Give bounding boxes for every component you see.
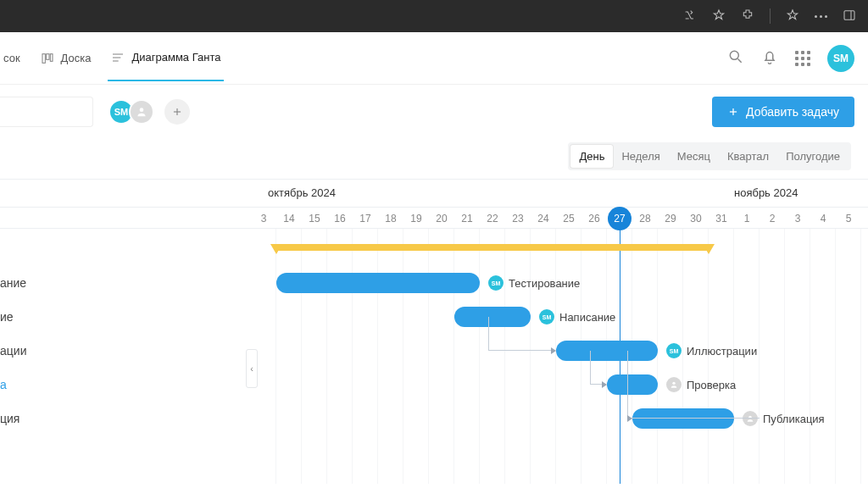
day-cell: 15 — [302, 208, 327, 228]
avatar[interactable]: SM — [827, 45, 854, 72]
side-labels: ание ие ации а ция — [0, 229, 251, 435]
day-cell: 18 — [378, 208, 403, 228]
project-name-field[interactable] — [0, 97, 93, 127]
add-task-button[interactable]: Добавить задачу — [712, 97, 854, 127]
scale-quarter[interactable]: Квартал — [719, 145, 777, 168]
scale-day[interactable]: День — [570, 145, 613, 168]
member-chips: SM — [108, 99, 190, 125]
svg-rect-2 — [46, 53, 48, 59]
scale-week[interactable]: Неделя — [613, 145, 668, 168]
side-row-1[interactable]: ание — [0, 266, 251, 300]
side-row-2[interactable]: ие — [0, 300, 251, 334]
task-label-1: SMТестирование — [488, 273, 580, 293]
task-bar-1[interactable] — [276, 273, 480, 293]
svg-rect-1 — [42, 53, 45, 63]
day-cell: 20 — [429, 208, 454, 228]
scale-halfyear[interactable]: Полугодие — [777, 145, 849, 168]
day-cell: 27 — [607, 208, 632, 228]
side-row-4[interactable]: а — [0, 368, 251, 402]
bar-area: SMТестированиеSMНаписаниеSMИллюстрацииПр… — [251, 229, 868, 484]
day-cell: 14 — [276, 208, 302, 228]
day-cell: 30 — [683, 208, 709, 228]
bell-icon[interactable] — [761, 48, 778, 68]
task-name-text: Тестирование — [509, 277, 580, 290]
day-cell: 17 — [353, 208, 378, 228]
app-header: сок Доска Диаграмма Ганта SM — [0, 32, 868, 85]
extensions-icon[interactable] — [741, 8, 754, 25]
tab-board[interactable]: Доска — [37, 36, 95, 80]
more-icon[interactable] — [815, 15, 827, 18]
day-cell: 22 — [480, 208, 505, 228]
day-cell: 3 — [785, 208, 810, 228]
board-icon — [41, 52, 54, 65]
search-icon[interactable] — [727, 48, 744, 68]
scale-group: День Неделя Месяц Квартал Полугодие — [568, 142, 851, 170]
task-name-text: Публикация — [763, 413, 825, 425]
day-cell: 26 — [581, 208, 607, 228]
day-cell: 25 — [556, 208, 581, 228]
side-row-summary[interactable] — [0, 229, 251, 266]
day-header: 3141516171819202122232425262728293031123… — [0, 207, 868, 229]
day-cell: 1 — [734, 208, 760, 228]
summary-bar[interactable] — [276, 244, 709, 251]
day-cell: 16 — [327, 208, 353, 228]
add-member-button[interactable] — [164, 99, 190, 125]
svg-line-8 — [738, 59, 742, 63]
day-cell: 29 — [658, 208, 683, 228]
tab-gantt-label: Диаграмма Ганта — [131, 51, 220, 64]
tab-board-label: Доска — [61, 52, 92, 64]
browser-chrome — [0, 0, 868, 32]
month-label-right: ноябрь 2024 — [734, 186, 798, 199]
apps-icon[interactable] — [795, 51, 810, 66]
header-actions: SM — [727, 45, 854, 72]
separator — [770, 8, 771, 24]
favorite-star-icon[interactable] — [712, 8, 726, 25]
day-cell: 31 — [709, 208, 734, 228]
day-cell: 21 — [454, 208, 480, 228]
day-cell: 4 — [810, 208, 836, 228]
task-name-text: Написание — [559, 311, 615, 324]
day-cell: 5 — [836, 208, 861, 228]
day-cell: 23 — [505, 208, 531, 228]
add-task-label: Добавить задачу — [746, 105, 839, 119]
side-row-5[interactable]: ция — [0, 402, 251, 435]
tab-list[interactable]: сок — [0, 36, 24, 80]
day-cell: 2 — [760, 208, 785, 228]
day-cell: 3 — [251, 208, 276, 228]
tab-gantt[interactable]: Диаграмма Ганта — [108, 36, 224, 81]
day-cell: 28 — [632, 208, 658, 228]
gantt-chart: октябрь 2024 ноябрь 2024 314151617181920… — [0, 179, 868, 484]
month-header: октябрь 2024 ноябрь 2024 — [0, 180, 868, 207]
svg-rect-3 — [50, 53, 53, 61]
scale-month[interactable]: Месяц — [669, 145, 719, 168]
collapse-handle[interactable]: ‹ — [246, 349, 258, 388]
side-row-3[interactable]: ации — [0, 334, 251, 368]
view-tabs: сок Доска Диаграмма Ганта — [0, 36, 224, 81]
plus-icon — [727, 106, 739, 118]
scale-row: День Неделя Месяц Квартал Полугодие — [0, 139, 868, 179]
sidebar-toggle-icon[interactable] — [843, 8, 856, 25]
month-label-left: октябрь 2024 — [268, 186, 336, 199]
svg-rect-0 — [844, 10, 854, 19]
read-aloud-icon[interactable] — [683, 8, 697, 25]
assignee-avatar: SM — [488, 275, 504, 291]
svg-point-9 — [140, 108, 144, 112]
member-chip-unassigned[interactable] — [129, 99, 154, 125]
gantt-icon — [111, 51, 125, 64]
collections-icon[interactable] — [786, 8, 799, 25]
svg-point-7 — [730, 51, 738, 59]
day-cell: 19 — [403, 208, 429, 228]
sub-row: SM Добавить задачу — [0, 85, 868, 139]
day-cell: 24 — [531, 208, 556, 228]
tab-list-label: сок — [3, 52, 20, 64]
